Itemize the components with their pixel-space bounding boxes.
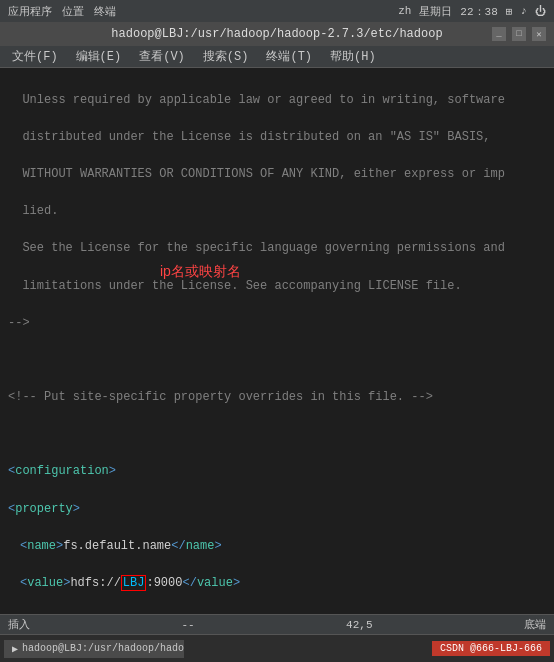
terminal-menu[interactable]: 终端 [94,4,116,19]
menu-view[interactable]: 查看(V) [131,46,193,67]
volume-icon: ♪ [520,5,527,17]
editor-area[interactable]: Unless required by applicable law or agr… [0,68,554,614]
line-5: See the License for the specific languag… [8,239,546,258]
network-icon: ⊞ [506,5,513,18]
line-8 [8,351,546,370]
terminal-icon: ▶ [12,643,18,655]
line-14: <value>hdfs://LBJ:9000</value> [8,574,546,593]
line-3: WITHOUT WARRANTIES OR CONDITIONS OF ANY … [8,165,546,184]
close-button[interactable]: ✕ [532,27,546,41]
cursor-position: 42,5 [346,619,372,631]
line-7: --> [8,314,546,333]
line-13: <name>fs.default.name</name> [8,537,546,556]
line-1: Unless required by applicable law or agr… [8,91,546,110]
editor-mode: 插入 [8,617,30,632]
title-bar: hadoop@LBJ:/usr/hadoop/hadoop-2.7.3/etc/… [0,22,554,46]
window-title: hadoop@LBJ:/usr/hadoop/hadoop-2.7.3/etc/… [111,27,442,41]
time-display: 22：38 [460,4,497,19]
editor-content: Unless required by applicable law or agr… [0,68,554,614]
system-bar: 应用程序 位置 终端 zh 星期日 22：38 ⊞ ♪ ⏻ [0,0,554,22]
scroll-position: 底端 [524,617,546,632]
status-bar: 插入 -- 42,5 底端 [0,614,554,634]
taskbar-terminal[interactable]: ▶ hadoop@LBJ:/usr/hadoop/hadoop-~... [4,640,184,658]
maximize-button[interactable]: □ [512,27,526,41]
menu-bar: 文件(F) 编辑(E) 查看(V) 搜索(S) 终端(T) 帮助(H) [0,46,554,68]
line-15: </property> [8,611,546,614]
line-12: <property> [8,500,546,519]
system-bar-right: zh 星期日 22：38 ⊞ ♪ ⏻ [398,4,546,19]
status-dashes: -- [181,619,194,631]
menu-help[interactable]: 帮助(H) [322,46,384,67]
location-menu[interactable]: 位置 [62,4,84,19]
lang-indicator: zh [398,5,411,17]
window-controls[interactable]: _ □ ✕ [492,27,546,41]
menu-search[interactable]: 搜索(S) [195,46,257,67]
lbj-highlight: LBJ [121,575,147,591]
menu-file[interactable]: 文件(F) [4,46,66,67]
line-9: <!-- Put site-specific property override… [8,388,546,407]
line-2: distributed under the License is distrib… [8,128,546,147]
taskbar-terminal-label: hadoop@LBJ:/usr/hadoop/hadoop-~... [22,643,184,654]
line-10 [8,425,546,444]
line-6: limitations under the License. See accom… [8,277,546,296]
menu-terminal[interactable]: 终端(T) [258,46,320,67]
line-4: lied. [8,202,546,221]
power-icon: ⏻ [535,5,546,18]
csdn-button[interactable]: CSDN @666-LBJ-666 [432,641,550,656]
minimize-button[interactable]: _ [492,27,506,41]
app-menu[interactable]: 应用程序 [8,4,52,19]
line-11: <configuration> [8,462,546,481]
system-bar-left: 应用程序 位置 终端 [8,4,116,19]
day-display: 星期日 [419,4,452,19]
taskbar: ▶ hadoop@LBJ:/usr/hadoop/hadoop-~... CSD… [0,634,554,662]
menu-edit[interactable]: 编辑(E) [68,46,130,67]
taskbar-right: CSDN @666-LBJ-666 [432,641,550,656]
